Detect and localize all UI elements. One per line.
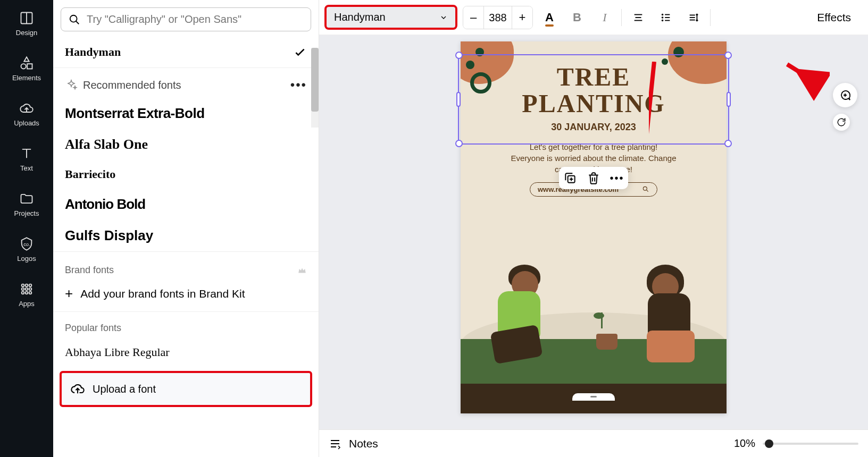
spacing-button[interactable] bbox=[682, 6, 705, 29]
trash-icon bbox=[587, 171, 600, 185]
font-search[interactable] bbox=[61, 7, 311, 31]
chevron-down-icon bbox=[439, 13, 448, 22]
duplicate-button[interactable] bbox=[563, 171, 577, 185]
font-search-input[interactable] bbox=[87, 13, 303, 26]
resize-handle[interactable] bbox=[455, 140, 463, 147]
svg-line-29 bbox=[646, 190, 648, 192]
nav-apps[interactable]: Apps bbox=[0, 277, 53, 312]
nav-label: Uploads bbox=[14, 119, 39, 127]
font-name: Handyman bbox=[65, 45, 121, 59]
font-option[interactable]: Gulfs Display bbox=[53, 220, 319, 251]
canvas-viewport[interactable]: TREE PLANTING 30 JANUARY, 2023 Let's get… bbox=[319, 35, 868, 429]
duplicate-icon bbox=[563, 171, 577, 185]
nav-logos[interactable]: co. Logos bbox=[0, 232, 53, 267]
nav-text[interactable]: Text bbox=[0, 142, 53, 176]
resize-handle[interactable] bbox=[724, 140, 732, 147]
delete-button[interactable] bbox=[587, 171, 600, 185]
notes-icon bbox=[329, 437, 341, 450]
italic-icon: I bbox=[603, 11, 606, 24]
refresh-icon bbox=[837, 117, 846, 127]
svg-point-9 bbox=[26, 288, 28, 291]
zoom-thumb[interactable] bbox=[765, 439, 773, 448]
nav-label: Design bbox=[16, 29, 37, 37]
nav-label: Apps bbox=[19, 300, 35, 308]
font-option[interactable]: Abhaya Libre Regular bbox=[53, 338, 319, 367]
design-icon bbox=[19, 11, 34, 26]
left-sidebar: Design Elements Uploads Text Projects co… bbox=[0, 0, 53, 457]
zoom-slider[interactable] bbox=[763, 443, 858, 445]
sync-button[interactable] bbox=[833, 114, 850, 131]
zoom-level[interactable]: 10% bbox=[734, 437, 755, 450]
font-option[interactable]: Alfa Slab One bbox=[53, 129, 319, 160]
nav-elements[interactable]: Elements bbox=[0, 52, 53, 86]
svg-text:co.: co. bbox=[23, 242, 30, 247]
font-option[interactable]: Barriecito bbox=[53, 160, 319, 189]
font-size-value[interactable]: 388 bbox=[483, 6, 512, 29]
add-brand-fonts[interactable]: + Add your brand fonts in Brand Kit bbox=[53, 280, 319, 307]
svg-point-2 bbox=[21, 64, 26, 69]
nav-projects[interactable]: Projects bbox=[0, 187, 53, 222]
svg-point-7 bbox=[29, 284, 32, 287]
notes-button[interactable]: Notes bbox=[349, 437, 378, 450]
separator bbox=[621, 9, 622, 26]
font-size-decrease[interactable]: – bbox=[463, 6, 483, 29]
popular-title: Popular fonts bbox=[65, 323, 121, 333]
body-line: Everyone is worried about the climate. C… bbox=[461, 153, 727, 164]
illustration-person bbox=[471, 265, 567, 382]
selection-bounds[interactable] bbox=[458, 54, 729, 145]
resize-handle-side[interactable] bbox=[456, 92, 461, 107]
page-tab-handle[interactable] bbox=[572, 393, 615, 401]
logo-icon: co. bbox=[19, 236, 34, 251]
svg-point-14 bbox=[70, 15, 77, 22]
upload-font-label: Upload a font bbox=[93, 383, 156, 395]
brand-title: Brand fonts bbox=[65, 265, 114, 276]
sparkle-icon bbox=[65, 79, 78, 91]
nav-label: Elements bbox=[12, 74, 41, 82]
resize-handle-side[interactable] bbox=[727, 92, 731, 107]
selected-font-row[interactable]: Handyman bbox=[53, 37, 319, 68]
text-color-icon: A bbox=[545, 11, 554, 24]
italic-button[interactable]: I bbox=[594, 6, 616, 29]
alignment-button[interactable] bbox=[627, 6, 649, 29]
nav-label: Logos bbox=[17, 255, 36, 263]
font-option[interactable]: Antonio Bold bbox=[53, 189, 319, 220]
font-option[interactable]: Montserrat Extra-Bold bbox=[53, 98, 319, 129]
cloud-upload-icon bbox=[19, 101, 34, 116]
font-family-dropdown[interactable]: Handyman bbox=[324, 5, 457, 30]
text-icon bbox=[19, 146, 34, 161]
bottom-bar: Notes 10% bbox=[319, 429, 868, 457]
svg-line-15 bbox=[76, 21, 79, 24]
nav-label: Projects bbox=[14, 209, 39, 217]
nav-design[interactable]: Design bbox=[0, 6, 53, 41]
list-button[interactable] bbox=[655, 6, 677, 29]
effects-button[interactable]: Effects bbox=[812, 11, 856, 24]
comment-button[interactable] bbox=[833, 83, 857, 107]
svg-point-8 bbox=[22, 288, 24, 291]
floating-context-menu: ••• bbox=[559, 167, 628, 189]
more-button[interactable]: ••• bbox=[610, 171, 624, 185]
bold-icon: B bbox=[573, 11, 581, 24]
dots-icon: ••• bbox=[610, 172, 624, 184]
font-size-stepper: – 388 + bbox=[463, 6, 533, 29]
separator bbox=[710, 9, 711, 26]
section-title: Recommended fonts bbox=[83, 79, 181, 91]
illustration-pot bbox=[596, 334, 617, 350]
more-options-icon[interactable]: ••• bbox=[290, 78, 307, 92]
brand-fonts-header: Brand fonts bbox=[53, 256, 319, 280]
nav-uploads[interactable]: Uploads bbox=[0, 97, 53, 131]
svg-point-19 bbox=[662, 14, 663, 15]
svg-point-20 bbox=[662, 17, 663, 18]
spacing-icon bbox=[688, 12, 699, 23]
font-panel: Handyman Recommended fonts ••• Montserra… bbox=[53, 0, 319, 457]
panel-scrollbar[interactable] bbox=[311, 48, 319, 128]
svg-point-21 bbox=[662, 20, 663, 21]
bold-button[interactable]: B bbox=[566, 6, 588, 29]
resize-handle[interactable] bbox=[455, 52, 463, 59]
svg-point-5 bbox=[22, 284, 24, 287]
crown-icon bbox=[297, 266, 307, 275]
canvas-area: Handyman – 388 + A B I Effects bbox=[319, 0, 868, 457]
font-size-increase[interactable]: + bbox=[512, 6, 532, 29]
text-color-button[interactable]: A bbox=[538, 6, 561, 29]
upload-font-button[interactable]: Upload a font bbox=[60, 371, 312, 407]
resize-handle[interactable] bbox=[724, 52, 732, 59]
